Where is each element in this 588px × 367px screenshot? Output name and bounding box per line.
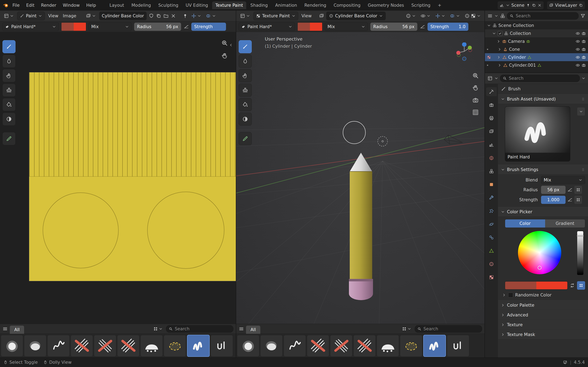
hide-eye-icon[interactable] <box>576 31 580 36</box>
visibility-dropdown[interactable] <box>419 12 432 20</box>
menu-view[interactable]: View <box>47 12 60 20</box>
radius-pressure-icon[interactable] <box>567 187 572 192</box>
new-image-icon[interactable] <box>156 13 161 18</box>
panel-grip-icon[interactable] <box>581 167 585 172</box>
pan-hand-gizmo[interactable] <box>220 51 229 60</box>
fill-tool[interactable] <box>239 98 252 111</box>
primary-color-swatch[interactable] <box>61 23 74 31</box>
render-visibility-icon[interactable] <box>581 63 586 67</box>
shelf-menu-icon[interactable] <box>239 326 244 332</box>
workspace-tab-modeling[interactable]: Modeling <box>128 1 154 9</box>
hide-eye-icon[interactable] <box>576 47 580 52</box>
fill-tool[interactable] <box>2 98 16 111</box>
outliner-row-cone[interactable]: Cone <box>485 45 588 53</box>
brush-thumb-soft[interactable] <box>260 335 283 357</box>
strength-extra-button[interactable] <box>574 196 582 204</box>
panel-header-advanced[interactable]: Advanced <box>498 310 588 320</box>
tab-object-data[interactable] <box>486 246 497 255</box>
radius-value-field[interactable]: 56 px <box>541 186 566 194</box>
shelf-search[interactable] <box>415 325 482 333</box>
shelf-display-mode[interactable] <box>152 325 164 333</box>
color-wheel-cursor[interactable] <box>537 266 542 270</box>
unlink-icon[interactable] <box>537 3 542 7</box>
brush-thumb-mound[interactable] <box>140 335 163 357</box>
brush-asset-dropdown-button[interactable] <box>577 107 585 116</box>
annotate-tool[interactable] <box>239 132 252 145</box>
properties-editor-icon[interactable] <box>487 76 493 81</box>
brush-thumb-soft[interactable] <box>24 335 46 357</box>
secondary-color-swatch[interactable] <box>536 282 568 289</box>
ortho-toggle-gizmo[interactable] <box>471 108 480 117</box>
brush-thumb-squiggle[interactable] <box>47 335 70 357</box>
hide-eye-icon[interactable] <box>576 55 580 59</box>
chevron-right-icon[interactable] <box>497 39 501 43</box>
new-view-layer-icon[interactable] <box>579 3 583 7</box>
gizmos-toggle[interactable] <box>190 12 203 20</box>
clone-tool[interactable] <box>239 83 252 97</box>
blend-dropdown[interactable]: Mix <box>541 176 585 184</box>
blend-mode-dropdown[interactable]: Mix <box>89 22 132 31</box>
chevron-right-icon[interactable] <box>502 293 506 297</box>
swap-colors-icon[interactable] <box>570 283 575 288</box>
brush-thumb-lasso[interactable] <box>400 335 422 357</box>
overlays-toggle[interactable] <box>449 12 461 20</box>
gizmos-toggle[interactable] <box>434 12 447 20</box>
radius-slider[interactable]: Radius 56 px <box>370 23 417 31</box>
tab-render[interactable] <box>486 100 497 109</box>
workspace-tab-layout[interactable]: Layout <box>106 1 127 9</box>
workspace-tab-animation[interactable]: Animation <box>272 1 300 9</box>
texture-slot-dropdown[interactable]: Cylinder Base Color <box>326 12 385 20</box>
gradient-tab[interactable]: Gradient <box>545 219 585 227</box>
render-visibility-icon[interactable] <box>581 55 586 59</box>
soften-tool[interactable] <box>2 55 16 68</box>
scene-selector[interactable]: Scene <box>497 1 544 9</box>
soften-tool[interactable] <box>239 55 252 68</box>
workspace-tab-compositing[interactable]: Compositing <box>330 1 364 9</box>
secondary-color-swatch[interactable] <box>74 23 86 31</box>
properties-search[interactable] <box>500 75 580 82</box>
new-scene-icon[interactable] <box>532 3 536 7</box>
menu-edit[interactable]: Edit <box>23 0 38 11</box>
collection-checkbox[interactable] <box>498 31 502 36</box>
randomize-color-checkbox[interactable] <box>508 292 513 298</box>
tab-texture[interactable] <box>486 273 497 282</box>
primary-color-swatch[interactable] <box>298 23 310 31</box>
outliner-row-scene-collection[interactable]: Scene Collection <box>485 21 588 29</box>
outliner-editor-icon[interactable] <box>487 13 493 18</box>
sidebar-collapse-arrow[interactable] <box>228 41 233 50</box>
mask-tool[interactable] <box>2 113 16 125</box>
menu-file[interactable]: File <box>9 0 23 11</box>
radius-pressure-icon[interactable] <box>420 24 425 29</box>
pin-icon[interactable] <box>526 3 530 7</box>
outliner-row-collection[interactable]: Collection <box>485 29 588 37</box>
render-visibility-icon[interactable] <box>581 31 586 36</box>
outliner-search-input[interactable] <box>515 13 576 18</box>
value-slider[interactable] <box>577 231 584 275</box>
navigation-gizmo[interactable]: Z <box>452 39 476 64</box>
brush-thumb-airbrush[interactable] <box>1 335 23 357</box>
pin-icon[interactable] <box>182 13 188 18</box>
menu-image[interactable]: Image <box>62 12 78 20</box>
blender-logo-icon[interactable] <box>3 2 9 8</box>
chevron-down-icon[interactable] <box>487 24 491 27</box>
image-datablock-name[interactable]: Cylinder Base Color <box>99 12 147 20</box>
radius-extra-button[interactable] <box>574 185 582 194</box>
tab-material[interactable] <box>486 259 497 268</box>
outliner-row-camera[interactable]: Camera <box>485 37 588 45</box>
workspace-tab-rendering[interactable]: Rendering <box>301 1 329 9</box>
image-icon[interactable] <box>319 13 324 18</box>
brush-selector[interactable]: Paint Hard* <box>239 22 295 31</box>
workspace-tab-texture-paint[interactable]: Texture Paint <box>212 1 246 9</box>
chevron-right-icon[interactable] <box>498 63 502 67</box>
workspace-tab-scripting[interactable]: Scripting <box>408 1 434 9</box>
workspace-tab-shading[interactable]: Shading <box>247 1 271 9</box>
strength-pressure-icon[interactable] <box>567 197 572 202</box>
brush-thumb-paint-hard-selected[interactable] <box>423 335 446 357</box>
brush-thumb-script[interactable] <box>211 335 233 357</box>
panel-header-texture-mask[interactable]: Texture Mask <box>498 330 588 340</box>
brush-color-swatches[interactable] <box>61 22 86 31</box>
color-tab[interactable]: Color <box>505 219 545 227</box>
shelf-display-mode[interactable] <box>401 325 413 333</box>
brush-thumb-mound[interactable] <box>377 335 399 357</box>
strength-value-field[interactable]: 1.000 <box>541 196 566 204</box>
